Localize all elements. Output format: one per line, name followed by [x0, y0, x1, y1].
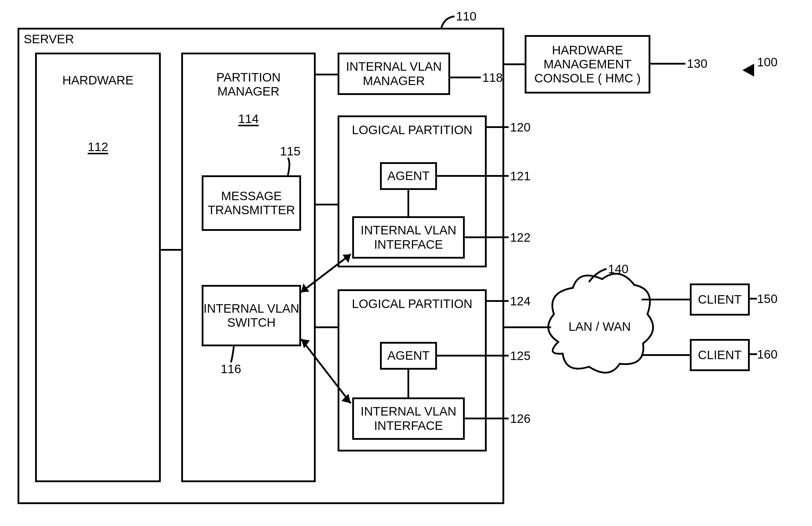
lp2-agent-ref: 125 — [510, 349, 531, 363]
cloud-label: LAN / WAN — [568, 320, 631, 333]
client2-ref: 160 — [757, 348, 778, 361]
lp2-agent-box: AGENT — [380, 342, 437, 370]
msg-tx-l1: MESSAGE — [221, 189, 282, 203]
hmc-box: HARDWARE MANAGEMENT CONSOLE ( HMC ) — [525, 35, 650, 93]
partition-manager-box: PARTITION MANAGER 114 — [181, 53, 316, 482]
hmc-l2: MANAGEMENT — [543, 57, 632, 71]
lp1-iface-box: INTERNAL VLAN INTERFACE — [352, 216, 465, 259]
vlan-switch-l1: INTERNAL VLAN — [203, 302, 299, 316]
pm-title1: PARTITION — [216, 70, 280, 85]
lp2-iface-l2: INTERFACE — [374, 419, 443, 433]
lp1-title: LOGICAL PARTITION — [352, 123, 472, 137]
lp2-iface-box: INTERNAL VLAN INTERFACE — [352, 397, 465, 440]
lp1-agent-box: AGENT — [380, 162, 437, 190]
overall-ref: 100 — [757, 56, 778, 69]
pm-title2: MANAGER — [217, 85, 279, 99]
client2-box: CLIENT — [690, 339, 750, 371]
vlan-mgr-l1: INTERNAL VLAN — [346, 60, 442, 74]
vlan-mgr-l2: MANAGER — [363, 74, 425, 88]
hardware-title: HARDWARE — [62, 73, 133, 87]
vlan-switch-l2: SWITCH — [227, 316, 276, 330]
vlan-mgr-ref: 118 — [482, 71, 503, 85]
lp1-iface-l1: INTERNAL VLAN — [361, 223, 456, 237]
message-transmitter-box: MESSAGE TRANSMITTER — [202, 175, 301, 231]
hmc-l3: CONSOLE ( HMC ) — [534, 71, 641, 85]
lp1-ref: 120 — [510, 121, 531, 134]
lp2-iface-l1: INTERNAL VLAN — [361, 405, 456, 419]
lp1-iface-ref: 122 — [510, 231, 531, 244]
client1-ref: 150 — [757, 292, 778, 306]
msg-tx-l2: TRANSMITTER — [208, 203, 295, 217]
msg-tx-ref: 115 — [280, 145, 301, 158]
lp2-title: LOGICAL PARTITION — [352, 297, 472, 311]
lp1-iface-l2: INTERFACE — [374, 237, 443, 252]
client1-box: CLIENT — [690, 283, 750, 316]
cloud-ref: 140 — [608, 262, 628, 276]
client2-label: CLIENT — [698, 348, 742, 362]
lp1-agent-label: AGENT — [387, 169, 430, 183]
lp1-agent-ref: 121 — [510, 170, 531, 183]
lp2-agent-label: AGENT — [387, 349, 430, 363]
svg-marker-16 — [742, 64, 754, 76]
pm-ref: 114 — [238, 112, 259, 126]
server-title: SERVER — [24, 32, 74, 46]
server-ref: 110 — [456, 10, 476, 23]
lp2-ref: 124 — [510, 295, 531, 308]
hmc-l1: HARDWARE — [552, 43, 623, 57]
client1-label: CLIENT — [698, 293, 742, 307]
vlan-switch-box: INTERNAL VLAN SWITCH — [202, 285, 301, 346]
hardware-box: HARDWARE 112 — [35, 53, 161, 482]
lp2-iface-ref: 126 — [510, 412, 531, 425]
hardware-ref: 112 — [88, 140, 108, 154]
hmc-ref: 130 — [687, 57, 707, 70]
vlan-switch-ref: 116 — [221, 362, 241, 376]
vlan-manager-box: INTERNAL VLAN MANAGER — [338, 53, 450, 95]
